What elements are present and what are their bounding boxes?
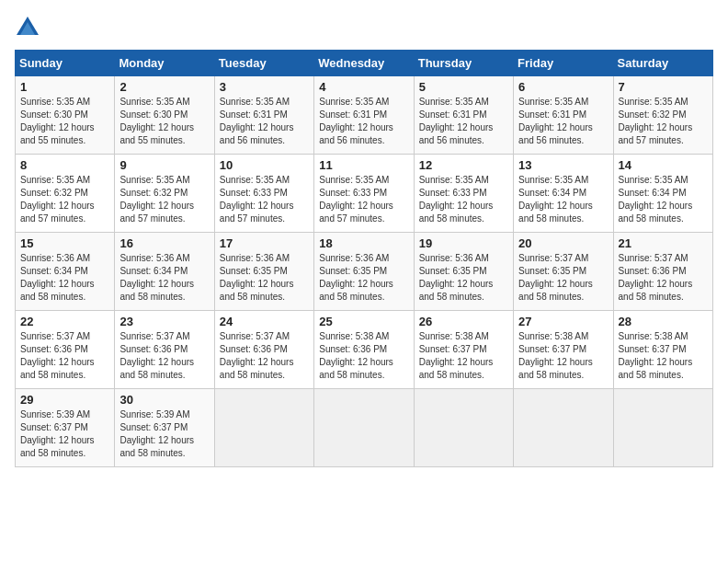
day-number: 20 bbox=[518, 236, 608, 250]
page-header bbox=[15, 15, 713, 40]
logo-icon bbox=[15, 15, 40, 40]
calendar-cell: 19Sunrise: 5:36 AMSunset: 6:35 PMDayligh… bbox=[414, 233, 513, 311]
day-info: Sunrise: 5:38 AMSunset: 6:37 PMDaylight:… bbox=[419, 330, 508, 382]
day-of-week-header: Wednesday bbox=[314, 51, 414, 76]
day-info: Sunrise: 5:37 AMSunset: 6:36 PMDaylight:… bbox=[619, 252, 708, 304]
calendar-cell: 7Sunrise: 5:35 AMSunset: 6:32 PMDaylight… bbox=[613, 76, 712, 155]
logo bbox=[15, 15, 44, 40]
calendar-cell: 27Sunrise: 5:38 AMSunset: 6:37 PMDayligh… bbox=[514, 311, 613, 389]
calendar-body: 1Sunrise: 5:35 AMSunset: 6:30 PMDaylight… bbox=[16, 76, 713, 467]
calendar-cell: 29Sunrise: 5:39 AMSunset: 6:37 PMDayligh… bbox=[16, 389, 115, 467]
day-info: Sunrise: 5:36 AMSunset: 6:35 PMDaylight:… bbox=[220, 252, 309, 304]
day-info: Sunrise: 5:35 AMSunset: 6:31 PMDaylight:… bbox=[518, 96, 608, 147]
calendar-week-row: 22Sunrise: 5:37 AMSunset: 6:36 PMDayligh… bbox=[16, 311, 713, 389]
calendar-week-row: 29Sunrise: 5:39 AMSunset: 6:37 PMDayligh… bbox=[16, 389, 713, 467]
day-info: Sunrise: 5:35 AMSunset: 6:31 PMDaylight:… bbox=[419, 96, 508, 147]
day-number: 3 bbox=[220, 80, 309, 94]
day-number: 10 bbox=[220, 158, 309, 172]
calendar-cell: 15Sunrise: 5:36 AMSunset: 6:34 PMDayligh… bbox=[16, 233, 115, 311]
day-info: Sunrise: 5:36 AMSunset: 6:34 PMDaylight:… bbox=[119, 252, 209, 304]
day-info: Sunrise: 5:35 AMSunset: 6:31 PMDaylight:… bbox=[319, 96, 408, 147]
calendar-week-row: 1Sunrise: 5:35 AMSunset: 6:30 PMDaylight… bbox=[16, 76, 713, 155]
day-number: 27 bbox=[518, 315, 608, 328]
day-info: Sunrise: 5:35 AMSunset: 6:31 PMDaylight:… bbox=[220, 96, 309, 147]
calendar-week-row: 8Sunrise: 5:35 AMSunset: 6:32 PMDaylight… bbox=[16, 155, 713, 233]
calendar-cell: 20Sunrise: 5:37 AMSunset: 6:35 PMDayligh… bbox=[514, 233, 613, 311]
day-info: Sunrise: 5:35 AMSunset: 6:33 PMDaylight:… bbox=[319, 174, 408, 225]
day-info: Sunrise: 5:37 AMSunset: 6:36 PMDaylight:… bbox=[119, 330, 209, 382]
day-number: 16 bbox=[119, 236, 209, 250]
calendar-cell bbox=[514, 389, 613, 467]
day-number: 2 bbox=[119, 80, 209, 94]
day-number: 13 bbox=[518, 158, 608, 172]
day-info: Sunrise: 5:37 AMSunset: 6:35 PMDaylight:… bbox=[518, 252, 608, 304]
calendar-cell: 2Sunrise: 5:35 AMSunset: 6:30 PMDaylight… bbox=[115, 76, 214, 155]
day-number: 5 bbox=[419, 80, 508, 94]
day-info: Sunrise: 5:35 AMSunset: 6:33 PMDaylight:… bbox=[419, 174, 508, 225]
day-info: Sunrise: 5:38 AMSunset: 6:37 PMDaylight:… bbox=[619, 330, 708, 382]
day-info: Sunrise: 5:35 AMSunset: 6:34 PMDaylight:… bbox=[619, 174, 708, 225]
calendar-cell: 12Sunrise: 5:35 AMSunset: 6:33 PMDayligh… bbox=[414, 155, 513, 233]
day-number: 25 bbox=[319, 315, 408, 328]
day-info: Sunrise: 5:38 AMSunset: 6:36 PMDaylight:… bbox=[319, 330, 408, 382]
calendar-header-row: SundayMondayTuesdayWednesdayThursdayFrid… bbox=[16, 51, 713, 76]
day-info: Sunrise: 5:35 AMSunset: 6:32 PMDaylight:… bbox=[619, 96, 708, 147]
calendar-cell: 18Sunrise: 5:36 AMSunset: 6:35 PMDayligh… bbox=[314, 233, 414, 311]
day-info: Sunrise: 5:37 AMSunset: 6:36 PMDaylight:… bbox=[20, 330, 109, 382]
day-of-week-header: Tuesday bbox=[214, 51, 313, 76]
calendar-cell: 23Sunrise: 5:37 AMSunset: 6:36 PMDayligh… bbox=[115, 311, 214, 389]
calendar-cell: 1Sunrise: 5:35 AMSunset: 6:30 PMDaylight… bbox=[16, 76, 115, 155]
day-number: 6 bbox=[518, 80, 608, 94]
day-info: Sunrise: 5:36 AMSunset: 6:34 PMDaylight:… bbox=[20, 252, 109, 304]
calendar-cell: 9Sunrise: 5:35 AMSunset: 6:32 PMDaylight… bbox=[115, 155, 214, 233]
day-info: Sunrise: 5:36 AMSunset: 6:35 PMDaylight:… bbox=[419, 252, 508, 304]
day-number: 8 bbox=[20, 158, 109, 172]
calendar-cell bbox=[214, 389, 313, 467]
calendar-cell: 16Sunrise: 5:36 AMSunset: 6:34 PMDayligh… bbox=[115, 233, 214, 311]
day-of-week-header: Friday bbox=[514, 51, 613, 76]
calendar-cell: 28Sunrise: 5:38 AMSunset: 6:37 PMDayligh… bbox=[613, 311, 712, 389]
calendar-cell: 4Sunrise: 5:35 AMSunset: 6:31 PMDaylight… bbox=[314, 76, 414, 155]
calendar-cell bbox=[414, 389, 513, 467]
calendar-cell: 11Sunrise: 5:35 AMSunset: 6:33 PMDayligh… bbox=[314, 155, 414, 233]
day-number: 9 bbox=[119, 158, 209, 172]
day-info: Sunrise: 5:39 AMSunset: 6:37 PMDaylight:… bbox=[20, 408, 109, 460]
day-number: 15 bbox=[20, 236, 109, 250]
day-info: Sunrise: 5:36 AMSunset: 6:35 PMDaylight:… bbox=[319, 252, 408, 304]
calendar-cell: 14Sunrise: 5:35 AMSunset: 6:34 PMDayligh… bbox=[613, 155, 712, 233]
day-number: 24 bbox=[220, 315, 309, 328]
day-number: 18 bbox=[319, 236, 408, 250]
calendar-cell bbox=[613, 389, 712, 467]
calendar-week-row: 15Sunrise: 5:36 AMSunset: 6:34 PMDayligh… bbox=[16, 233, 713, 311]
calendar-cell: 10Sunrise: 5:35 AMSunset: 6:33 PMDayligh… bbox=[214, 155, 313, 233]
day-number: 14 bbox=[619, 158, 708, 172]
calendar-cell: 8Sunrise: 5:35 AMSunset: 6:32 PMDaylight… bbox=[16, 155, 115, 233]
day-info: Sunrise: 5:37 AMSunset: 6:36 PMDaylight:… bbox=[220, 330, 309, 382]
day-info: Sunrise: 5:38 AMSunset: 6:37 PMDaylight:… bbox=[518, 330, 608, 382]
day-number: 12 bbox=[419, 158, 508, 172]
calendar-cell: 3Sunrise: 5:35 AMSunset: 6:31 PMDaylight… bbox=[214, 76, 313, 155]
calendar-table: SundayMondayTuesdayWednesdayThursdayFrid… bbox=[15, 50, 713, 467]
day-number: 30 bbox=[119, 393, 209, 407]
day-of-week-header: Sunday bbox=[16, 51, 115, 76]
day-number: 4 bbox=[319, 80, 408, 94]
day-of-week-header: Thursday bbox=[414, 51, 513, 76]
day-number: 29 bbox=[20, 393, 109, 407]
calendar-cell: 30Sunrise: 5:39 AMSunset: 6:37 PMDayligh… bbox=[115, 389, 214, 467]
calendar-cell: 6Sunrise: 5:35 AMSunset: 6:31 PMDaylight… bbox=[514, 76, 613, 155]
calendar-cell: 24Sunrise: 5:37 AMSunset: 6:36 PMDayligh… bbox=[214, 311, 313, 389]
calendar-cell: 21Sunrise: 5:37 AMSunset: 6:36 PMDayligh… bbox=[613, 233, 712, 311]
calendar-cell: 25Sunrise: 5:38 AMSunset: 6:36 PMDayligh… bbox=[314, 311, 414, 389]
day-number: 28 bbox=[619, 315, 708, 328]
day-number: 1 bbox=[20, 80, 109, 94]
day-number: 7 bbox=[619, 80, 708, 94]
day-number: 17 bbox=[220, 236, 309, 250]
day-number: 26 bbox=[419, 315, 508, 328]
day-of-week-header: Saturday bbox=[613, 51, 712, 76]
calendar-cell: 5Sunrise: 5:35 AMSunset: 6:31 PMDaylight… bbox=[414, 76, 513, 155]
calendar-cell: 26Sunrise: 5:38 AMSunset: 6:37 PMDayligh… bbox=[414, 311, 513, 389]
day-info: Sunrise: 5:35 AMSunset: 6:33 PMDaylight:… bbox=[220, 174, 309, 225]
day-number: 19 bbox=[419, 236, 508, 250]
calendar-cell bbox=[314, 389, 414, 467]
day-info: Sunrise: 5:35 AMSunset: 6:34 PMDaylight:… bbox=[518, 174, 608, 225]
